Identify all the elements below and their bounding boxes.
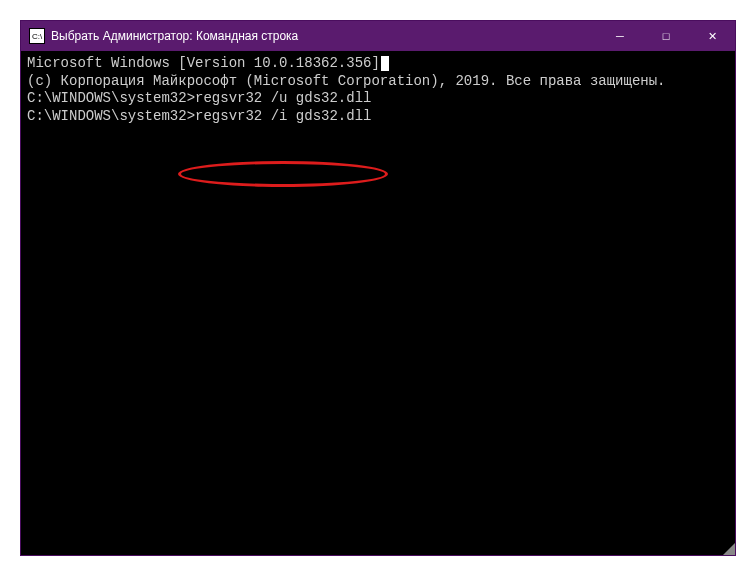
titlebar[interactable]: C:\ Выбрать Администратор: Командная стр… (21, 21, 735, 51)
prompt-path: C:\WINDOWS\system32> (27, 90, 195, 106)
prompt-command: regsvr32 /u gds32.dll (195, 90, 371, 106)
cmd-icon-label: C:\ (32, 32, 42, 41)
terminal-body[interactable]: Microsoft Windows [Version 10.0.18362.35… (21, 51, 735, 555)
prompt-line: C:\WINDOWS\system32>regsvr32 /i gds32.dl… (27, 108, 729, 126)
output-line: Microsoft Windows [Version 10.0.18362.35… (27, 55, 729, 73)
prompt-line: C:\WINDOWS\system32>regsvr32 /u gds32.dl… (27, 90, 729, 108)
cmd-icon: C:\ (29, 28, 45, 44)
maximize-button[interactable]: □ (643, 21, 689, 51)
prompt-command: regsvr32 /i gds32.dll (195, 108, 371, 124)
close-button[interactable]: ✕ (689, 21, 735, 51)
resize-handle-icon[interactable] (719, 539, 737, 557)
cursor-artifact (381, 56, 389, 71)
output-line: (c) Корпорация Майкрософт (Microsoft Cor… (27, 73, 729, 91)
prompt-path: C:\WINDOWS\system32> (27, 108, 195, 124)
highlight-annotation (178, 161, 388, 187)
version-text: Microsoft Windows [Version 10.0.18362.35… (27, 55, 380, 71)
command-prompt-window: C:\ Выбрать Администратор: Командная стр… (20, 20, 736, 556)
minimize-button[interactable]: ─ (597, 21, 643, 51)
window-title: Выбрать Администратор: Командная строка (51, 29, 597, 43)
window-controls: ─ □ ✕ (597, 21, 735, 51)
